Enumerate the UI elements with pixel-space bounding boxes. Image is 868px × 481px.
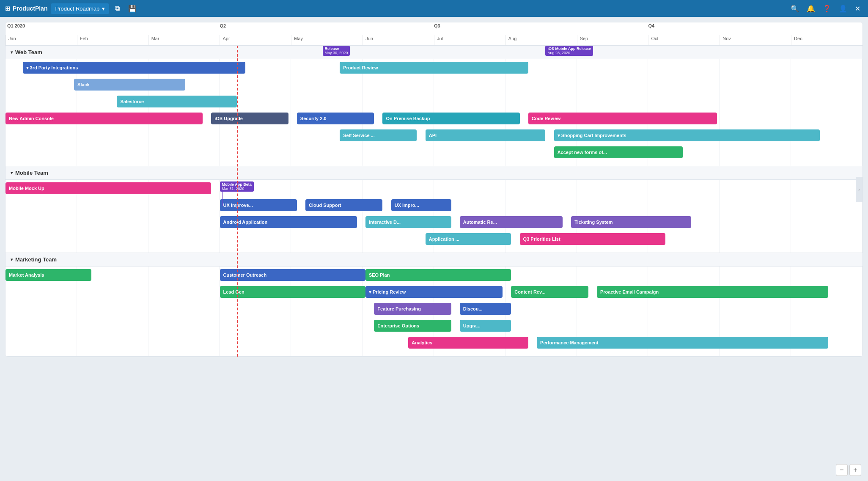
- plus-icon: +: [853, 466, 857, 474]
- bar-item[interactable]: Security 2.0: [297, 113, 374, 124]
- bar-item[interactable]: Lead Gen: [220, 286, 365, 298]
- bar-item[interactable]: Q3 Priorities List: [520, 233, 665, 245]
- team-header-2: ▾ Marketing Team: [5, 253, 863, 267]
- milestone: Mobile App BetaMar 31, 2020: [220, 181, 254, 206]
- main-area: Q1 2020 Q2 Q3 Q4 JanFebMarAprMayJunJulAu…: [0, 17, 868, 481]
- user-button[interactable]: 👤: [836, 3, 850, 14]
- month-may: May: [291, 35, 363, 45]
- help-button[interactable]: ❓: [820, 3, 834, 14]
- team-name: Marketing Team: [15, 256, 57, 263]
- bar-row: Android ApplicationInteractive D...Autom…: [5, 216, 863, 231]
- team-section-2: ▾ Marketing TeamMarket AnalysisCustomer …: [5, 253, 863, 357]
- q3-label: Q3: [434, 23, 440, 28]
- roadmap-body: ReleaseMay 30, 2020iOS Mobile App Releas…: [5, 46, 863, 357]
- bar-item[interactable]: Automatic Re...: [460, 216, 563, 228]
- bar-item[interactable]: On Premise Backup: [382, 113, 519, 124]
- bar-item[interactable]: Ticketing System: [571, 216, 691, 228]
- month-jun: Jun: [363, 35, 434, 45]
- bar-row: ▾ 3rd Party IntegrationsProduct Review: [5, 62, 863, 77]
- bar-item[interactable]: Feature Purchasing: [374, 303, 451, 315]
- bar-item[interactable]: API: [426, 129, 546, 141]
- bar-item[interactable]: Salesforce: [117, 96, 237, 107]
- bar-item[interactable]: Content Rev...: [511, 286, 588, 298]
- team-header-1: ▾ Mobile Team: [5, 166, 863, 180]
- team-content-0: ▾ 3rd Party IntegrationsProduct ReviewSl…: [5, 59, 863, 166]
- bar-item[interactable]: Cloud Support: [305, 199, 382, 211]
- roadmap-dropdown[interactable]: Product Roadmap ▾: [51, 3, 109, 14]
- chevron-down-icon: ▾: [102, 5, 105, 12]
- milestone-label: Mobile App BetaMar 31, 2020: [220, 181, 254, 192]
- search-button[interactable]: 🔍: [788, 3, 802, 14]
- month-nov: Nov: [720, 35, 791, 45]
- team-content-2: Market AnalysisCustomer OutreachSEO Plan…: [5, 267, 863, 356]
- month-dec: Dec: [791, 35, 863, 45]
- bell-button[interactable]: 🔔: [804, 3, 818, 14]
- bar-item[interactable]: Customer Outreach: [220, 269, 365, 281]
- q1-label: Q1 2020: [7, 23, 25, 28]
- milestone-line: [222, 192, 223, 206]
- bar-item[interactable]: Interactive D...: [365, 216, 451, 228]
- bar-row: Salesforce: [5, 96, 863, 111]
- month-mar: Mar: [148, 35, 220, 45]
- bar-item[interactable]: Analytics: [408, 337, 528, 349]
- bar-rows: ▾ 3rd Party IntegrationsProduct ReviewSl…: [5, 59, 863, 166]
- bar-item[interactable]: Android Application: [220, 216, 357, 228]
- bar-item[interactable]: Mobile Mock Up: [5, 182, 211, 194]
- chevron-down-icon: ▾: [11, 50, 13, 55]
- bar-item[interactable]: SEO Plan: [365, 269, 511, 281]
- team-section-1: ▾ Mobile TeamMobile App BetaMar 31, 2020…: [5, 166, 863, 253]
- bar-item[interactable]: iOS Upgrade: [211, 113, 288, 124]
- month-sep: Sep: [577, 35, 648, 45]
- bar-item[interactable]: ▾ 3rd Party Integrations: [23, 62, 246, 74]
- save-button[interactable]: 💾: [126, 3, 139, 14]
- close-button[interactable]: ✕: [852, 3, 863, 14]
- chevron-down-icon: ▾: [11, 170, 13, 175]
- bar-item[interactable]: Proactive Email Campaign: [597, 286, 828, 298]
- bar-row: New Admin ConsoleiOS UpgradeSecurity 2.0…: [5, 113, 863, 128]
- bar-row: AnalyticsPerformance Management: [5, 337, 863, 352]
- bar-item[interactable]: Self Service ...: [340, 129, 417, 141]
- minus-icon: −: [840, 466, 843, 474]
- bar-item[interactable]: Product Review: [340, 62, 528, 74]
- bar-item[interactable]: Code Review: [528, 113, 717, 124]
- bar-item[interactable]: Performance Management: [537, 337, 828, 349]
- brand-icon: ⊞: [5, 5, 10, 12]
- copy-button[interactable]: ⧉: [113, 3, 122, 14]
- bar-item[interactable]: Application ...: [426, 233, 511, 245]
- bar-row: Lead Gen▾ Pricing ReviewContent Rev...Pr…: [5, 286, 863, 301]
- bar-row: Accept new forms of...: [5, 146, 863, 162]
- team-content-1: Mobile App BetaMar 31, 2020Mobile Mock U…: [5, 180, 863, 253]
- month-aug: Aug: [505, 35, 577, 45]
- bar-item[interactable]: New Admin Console: [5, 113, 203, 124]
- bar-item[interactable]: ▾ Shopping Cart Improvements: [554, 129, 820, 141]
- bar-item[interactable]: ▾ Pricing Review: [365, 286, 503, 298]
- roadmap-container: Q1 2020 Q2 Q3 Q4 JanFebMarAprMayJunJulAu…: [5, 22, 863, 357]
- team-name: Mobile Team: [15, 170, 48, 176]
- bar-rows: Market AnalysisCustomer OutreachSEO Plan…: [5, 267, 863, 356]
- bar-item[interactable]: Enterprise Options: [374, 320, 451, 332]
- month-jul: Jul: [434, 35, 505, 45]
- bar-item[interactable]: Market Analysis: [5, 269, 91, 281]
- bar-row: Self Service ...API▾ Shopping Cart Impro…: [5, 129, 863, 145]
- timeline-header: Q1 2020 Q2 Q3 Q4 JanFebMarAprMayJunJulAu…: [5, 22, 863, 46]
- bar-row: UX Improve...Cloud SupportUX Impro...: [5, 199, 863, 214]
- bar-rows: Mobile App BetaMar 31, 2020Mobile Mock U…: [5, 180, 863, 253]
- months-row: JanFebMarAprMayJunJulAugSepOctNovDec: [5, 29, 863, 45]
- roadmap-name: Product Roadmap: [55, 5, 99, 12]
- collapse-arrow-icon: ›: [858, 187, 860, 192]
- chevron-down-icon: ▾: [11, 257, 13, 262]
- month-jan: Jan: [5, 35, 77, 45]
- month-feb: Feb: [77, 35, 148, 45]
- bar-item[interactable]: Accept new forms of...: [554, 146, 683, 158]
- q4-label: Q4: [648, 23, 655, 28]
- bar-item[interactable]: Discou...: [460, 303, 511, 315]
- bar-row: Market AnalysisCustomer OutreachSEO Plan: [5, 269, 863, 284]
- bar-item[interactable]: UX Impro...: [391, 199, 451, 211]
- side-collapse-button[interactable]: ›: [856, 177, 863, 202]
- brand: ⊞ ProductPlan: [5, 5, 47, 12]
- bar-item[interactable]: Slack: [74, 79, 185, 91]
- zoom-out-button[interactable]: −: [836, 464, 848, 476]
- bar-row: Mobile App BetaMar 31, 2020Mobile Mock U…: [5, 182, 863, 198]
- bar-item[interactable]: Upgra...: [460, 320, 511, 332]
- zoom-in-button[interactable]: +: [849, 464, 861, 476]
